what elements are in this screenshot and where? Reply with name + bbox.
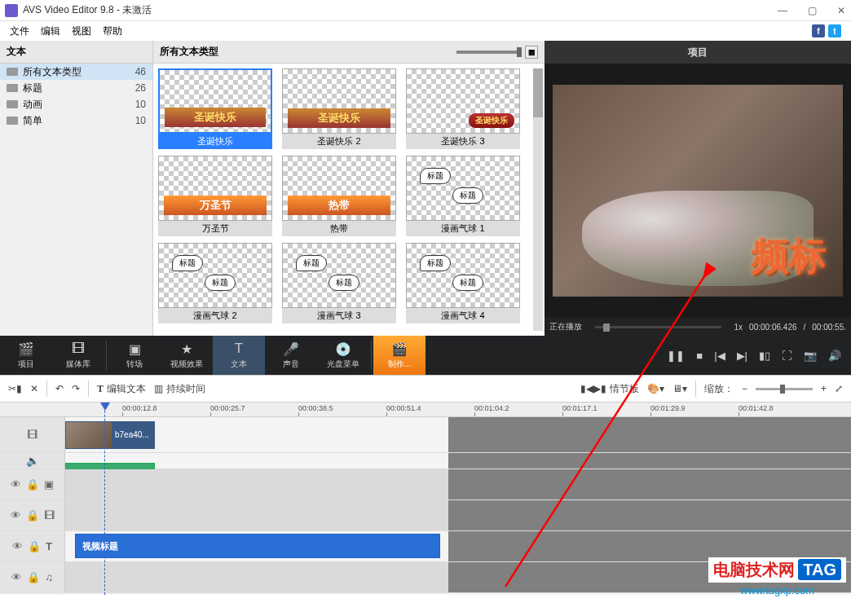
svg-line-0 bbox=[505, 269, 709, 587]
watermark: 电脑技术网TAG www.tagxp.com bbox=[708, 557, 846, 596]
playhead[interactable] bbox=[104, 403, 105, 595]
annotation-arrow bbox=[0, 0, 851, 616]
